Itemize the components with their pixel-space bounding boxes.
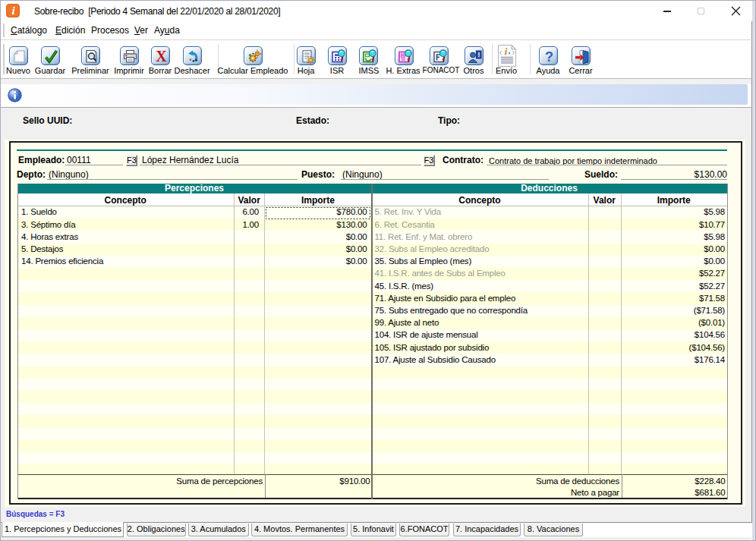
- svg-text:?: ?: [545, 49, 553, 64]
- svg-text:!: !: [477, 51, 480, 58]
- svg-text:i: i: [505, 46, 508, 57]
- svg-text:X: X: [156, 49, 167, 64]
